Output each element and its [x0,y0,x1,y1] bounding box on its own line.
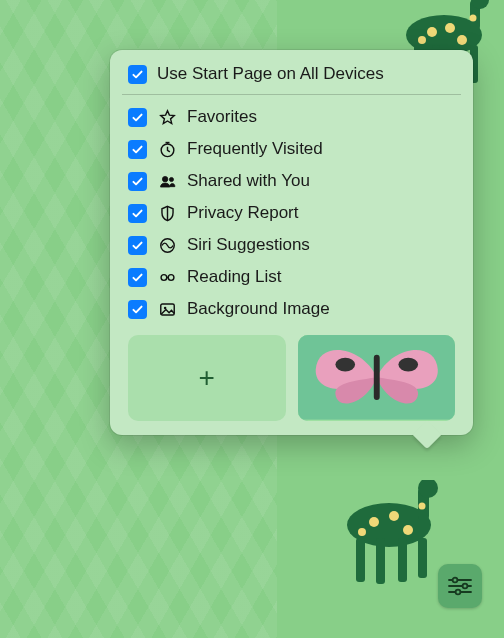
svg-point-25 [162,176,167,181]
butterfly-thumbnail-art [298,335,456,420]
option-label: Frequently Visited [187,139,323,159]
plus-icon: + [199,362,215,394]
background-thumbnail-selected[interactable] [298,335,456,421]
svg-point-28 [161,274,167,280]
option-favorites-row[interactable]: Favorites [110,101,473,133]
svg-point-39 [453,578,458,583]
option-reading-list-row[interactable]: Reading List [110,261,473,293]
checkbox-checked-icon[interactable] [128,236,147,255]
option-privacy-report-row[interactable]: Privacy Report [110,197,473,229]
svg-point-29 [168,274,174,280]
option-label: Favorites [187,107,257,127]
background-thumbnails: + [110,325,473,421]
sliders-icon [447,576,473,596]
svg-point-40 [463,584,468,589]
clock-icon [157,139,177,159]
option-label: Background Image [187,299,330,319]
checkbox-checked-icon[interactable] [128,204,147,223]
svg-point-26 [169,177,173,181]
checkbox-checked-icon[interactable] [128,65,147,84]
star-icon [157,107,177,127]
divider [122,94,461,95]
shield-icon [157,203,177,223]
option-background-image-row[interactable]: Background Image [110,293,473,325]
use-start-page-all-devices-row[interactable]: Use Start Page on All Devices [110,60,473,94]
people-icon [157,171,177,191]
option-label: Shared with You [187,171,310,191]
option-shared-with-you-row[interactable]: Shared with You [110,165,473,197]
option-frequently-visited-row[interactable]: Frequently Visited [110,133,473,165]
checkbox-checked-icon[interactable] [128,300,147,319]
checkbox-checked-icon[interactable] [128,140,147,159]
image-icon [157,299,177,319]
option-label: Reading List [187,267,282,287]
svg-point-33 [335,358,355,372]
start-page-customize-popover: Use Start Page on All Devices Favorites … [110,50,473,435]
glasses-icon [157,267,177,287]
add-background-button[interactable]: + [128,335,286,421]
svg-point-34 [398,358,418,372]
checkbox-checked-icon[interactable] [128,268,147,287]
svg-rect-35 [373,355,379,400]
option-siri-suggestions-row[interactable]: Siri Suggestions [110,229,473,261]
svg-point-41 [456,590,461,595]
customize-start-page-button[interactable] [438,564,482,608]
option-label: Siri Suggestions [187,235,310,255]
checkbox-checked-icon[interactable] [128,108,147,127]
checkbox-checked-icon[interactable] [128,172,147,191]
header-label: Use Start Page on All Devices [157,64,384,84]
siri-icon [157,235,177,255]
option-label: Privacy Report [187,203,298,223]
